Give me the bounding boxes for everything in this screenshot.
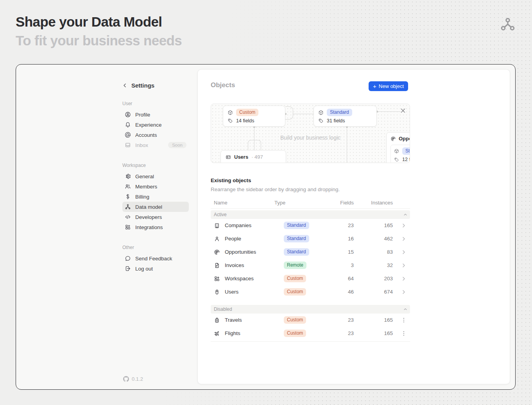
sidebar-item-integrations[interactable]: Integrations [122, 222, 189, 232]
kebab-menu-icon[interactable] [401, 330, 407, 337]
table-row[interactable]: Flights Custom 23 165 [211, 327, 410, 340]
at-sign-icon [125, 132, 131, 138]
banner-node-users[interactable]: Users · 497 [220, 150, 286, 163]
chevron-right-icon[interactable] [401, 262, 407, 269]
page-title: Shape your Data Model [16, 14, 162, 30]
banner-node-standard[interactable]: Standard 31 fields [313, 106, 377, 127]
group-label: Disabled [214, 306, 232, 312]
logout-icon [125, 265, 131, 272]
tag-icon [394, 157, 399, 162]
settings-back-button[interactable]: Settings [122, 81, 189, 89]
new-object-button[interactable]: + New object [369, 81, 408, 91]
objects-panel: Objects + New object [197, 69, 510, 384]
cube-icon [318, 110, 324, 115]
type-badge: Custom [284, 288, 306, 296]
chevron-right-icon[interactable] [401, 222, 407, 229]
sidebar-item-inbox[interactable]: Inbox Soon [122, 140, 189, 150]
id-card-icon [226, 154, 231, 160]
chat-bubble-icon [125, 255, 131, 262]
section-label-workspace: Workspace [122, 163, 189, 169]
target-icon [214, 249, 220, 255]
table-row[interactable]: Workspaces Custom 64 203 [211, 272, 410, 285]
banner-node-custom[interactable]: Custom 14 fields [223, 106, 285, 127]
grid-plus-icon [214, 276, 220, 282]
type-badge: Standard [284, 248, 309, 256]
sidebar-item-developers[interactable]: Developers [122, 212, 189, 222]
sidebar-item-log-out[interactable]: Log out [122, 263, 189, 274]
object-name: Opportunities [225, 249, 256, 255]
fields-value: 46 [320, 289, 354, 295]
target-icon [390, 136, 396, 142]
type-badge: Remote [284, 262, 306, 269]
cube-icon [394, 149, 399, 154]
fields-value: 3 [320, 262, 354, 268]
node-count: · 497 [251, 154, 263, 160]
table-header: Name Type Fields Instances [211, 199, 410, 209]
chevron-up-icon[interactable] [403, 212, 408, 217]
fields-value: 23 [320, 330, 354, 336]
sidebar-item-members[interactable]: Members [122, 181, 189, 192]
table-row[interactable]: Users Custom 46 674 [211, 285, 410, 299]
fields-value: 16 [320, 236, 354, 242]
sidebar-item-general[interactable]: General [122, 171, 189, 181]
object-name: Companies [225, 222, 251, 228]
group-label: Active [214, 212, 227, 217]
instances-value: 165 [359, 222, 393, 228]
sidebar-item-accounts[interactable]: Accounts [122, 130, 189, 140]
instances-value: 165 [359, 330, 393, 336]
chevron-right-icon[interactable] [401, 289, 407, 295]
settings-title: Settings [131, 82, 154, 89]
table-row[interactable]: Travels Custom 23 165 [211, 314, 410, 327]
chevron-up-icon[interactable] [403, 307, 408, 312]
kebab-menu-icon[interactable] [401, 317, 407, 323]
sidebar-item-label: Inbox [135, 142, 148, 148]
connector-line [293, 114, 313, 114]
instances-value: 462 [359, 236, 393, 242]
sidebar-item-data-model[interactable]: Data model [122, 202, 189, 212]
group-row-disabled[interactable]: Disabled [211, 305, 410, 314]
data-model-icon [500, 16, 515, 32]
type-badge: Custom [284, 275, 306, 282]
tag-icon [318, 118, 324, 124]
instances-value: 165 [359, 317, 393, 323]
banner-node-opportunities[interactable]: Opportunities Standard 12 fields [386, 132, 410, 163]
sidebar-item-label: Accounts [135, 132, 157, 138]
object-name: Workspaces [225, 276, 254, 281]
plus-icon: + [373, 83, 376, 90]
chevron-left-icon [122, 83, 127, 88]
group-row-active[interactable]: Active [211, 210, 410, 219]
sidebar-item-billing[interactable]: Billing [122, 192, 189, 202]
connector-line [347, 127, 347, 163]
sidebar-item-label: General [135, 174, 154, 179]
table-row[interactable]: Companies Standard 23 165 [211, 219, 410, 232]
connector-line [377, 111, 400, 112]
sidebar-item-label: Developers [135, 214, 162, 220]
sidebar-item-send-feedback[interactable]: Send Feedback [122, 253, 189, 263]
new-object-label: New object [379, 83, 404, 89]
object-name: Flights [225, 330, 240, 336]
chevron-right-icon[interactable] [401, 276, 407, 282]
table-row[interactable]: People Standard 16 462 [211, 232, 410, 246]
type-badge: Custom [236, 109, 258, 116]
close-icon[interactable] [400, 108, 406, 114]
sidebar-item-label: Integrations [135, 224, 163, 230]
inbox-icon [125, 142, 131, 148]
chevron-right-icon[interactable] [401, 236, 407, 242]
bell-icon [125, 122, 131, 128]
chevron-right-icon[interactable] [401, 249, 407, 255]
connector-line [248, 140, 261, 150]
sidebar-item-profile[interactable]: Profile [122, 109, 189, 120]
type-badge: Standard [284, 222, 309, 229]
instances-value: 203 [359, 276, 393, 281]
sidebar-item-label: Send Feedback [135, 256, 172, 262]
table-row[interactable]: Invoices Remote 3 32 [211, 259, 410, 272]
dollar-icon [125, 194, 131, 200]
mouse-icon [214, 289, 220, 295]
page-subtitle: To fit your business needs [16, 33, 182, 48]
luggage-icon [214, 317, 220, 323]
sidebar-item-label: Log out [135, 266, 153, 272]
table-row[interactable]: Opportunities Standard 15 83 [211, 246, 410, 259]
sidebar-item-experience[interactable]: Experience [122, 120, 189, 130]
sidebar-item-label: Experience [135, 122, 162, 128]
object-name: Users [225, 289, 238, 295]
